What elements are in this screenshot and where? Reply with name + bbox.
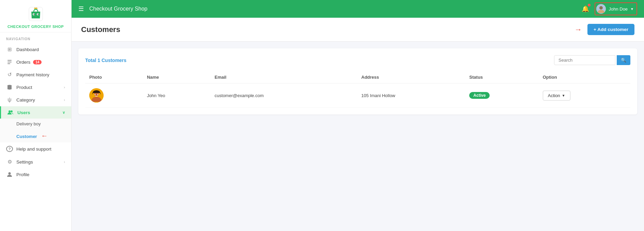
sidebar-profile-label: Profile: [16, 172, 29, 177]
col-option: Option: [539, 71, 630, 83]
table-header-row: Photo Name Email Address Status Option: [85, 71, 630, 83]
sidebar-item-profile[interactable]: Profile: [0, 168, 71, 181]
sidebar-category-label: Category: [16, 97, 35, 103]
product-icon: [6, 84, 13, 90]
svg-point-9: [9, 110, 11, 112]
customer-address-cell: 105 Imani Hollow: [357, 83, 465, 108]
customer-name: John Yeo: [147, 93, 165, 98]
col-status: Status: [465, 71, 538, 83]
svg-point-17: [97, 94, 98, 95]
sidebar: CHECKOUT GROCERY SHOP NAVIGATION ⊞ Dashb…: [0, 0, 72, 231]
users-submenu: Delivery boy Customer ←: [0, 119, 71, 142]
search-button[interactable]: 🔍: [617, 55, 630, 65]
customer-status-cell: Active: [465, 83, 538, 108]
action-label: Action: [548, 93, 560, 98]
user-chevron-icon: ▼: [630, 7, 634, 11]
bell-icon[interactable]: 🔔: [582, 5, 589, 12]
search-icon: 🔍: [621, 58, 626, 63]
add-customer-arrow-annotation: →: [574, 25, 582, 34]
customer-email-cell: customer@example.com: [211, 83, 357, 108]
sidebar-item-product[interactable]: Product ›: [0, 81, 71, 93]
customer-email: customer@example.com: [215, 93, 264, 98]
sidebar-item-dashboard[interactable]: ⊞ Dashboard: [0, 43, 71, 56]
customer-option-cell: Action ▼: [539, 83, 630, 108]
svg-rect-7: [7, 62, 12, 62]
sidebar-item-payment-history[interactable]: ↺ Payment history: [0, 68, 71, 81]
user-name: John Doe: [609, 6, 628, 12]
product-chevron-icon: ›: [64, 85, 65, 89]
main-wrapper: ☰ Checkout Grocery Shop 🔔: [72, 0, 644, 231]
profile-icon: [6, 172, 13, 177]
payment-history-icon: ↺: [6, 72, 13, 78]
sidebar-item-label: Dashboard: [16, 47, 39, 52]
sidebar-orders-label: Orders: [16, 60, 30, 65]
help-icon: ?: [6, 146, 13, 152]
search-bar: 🔍: [554, 55, 630, 65]
topbar-right: 🔔 John Doe ▼: [582, 2, 637, 15]
delivery-boy-label: Delivery boy: [16, 121, 41, 126]
col-address: Address: [357, 71, 465, 83]
customer-photo-cell: [85, 83, 143, 108]
page-header-actions: → + Add customer: [574, 24, 634, 35]
svg-point-11: [9, 172, 11, 175]
table-toolbar: Total 1 Customers 🔍: [85, 55, 630, 65]
add-customer-button[interactable]: + Add customer: [587, 24, 634, 35]
menu-icon[interactable]: ☰: [78, 5, 84, 13]
settings-chevron-icon: ›: [64, 160, 65, 164]
app-logo-icon: [27, 5, 44, 22]
customer-label: Customer: [16, 134, 37, 139]
category-chevron-icon: ›: [64, 98, 65, 102]
svg-point-10: [11, 110, 13, 112]
orders-icon: [6, 59, 13, 65]
search-input[interactable]: [554, 55, 615, 65]
svg-point-16: [95, 94, 96, 95]
sidebar-item-customer[interactable]: Customer ←: [0, 129, 71, 142]
bell-container: 🔔: [582, 5, 589, 13]
topbar: ☰ Checkout Grocery Shop 🔔: [72, 0, 644, 18]
sidebar-item-users[interactable]: Users ∨: [0, 106, 71, 119]
sidebar-help-label: Help and support: [16, 147, 51, 152]
svg-point-5: [37, 14, 39, 15]
customers-table: Photo Name Email Address Status Option: [85, 71, 630, 108]
customer-name-cell: John Yeo: [143, 83, 211, 108]
total-customers-label: Total 1 Customers: [85, 58, 126, 63]
topbar-title: Checkout Grocery Shop: [89, 6, 582, 12]
page-content: Customers → + Add customer Total 1 Custo…: [72, 18, 644, 231]
sidebar-item-help[interactable]: ? Help and support: [0, 142, 71, 155]
col-email: Email: [211, 71, 357, 83]
sidebar-item-delivery-boy[interactable]: Delivery boy: [0, 119, 71, 129]
sidebar-item-orders[interactable]: Orders 14: [0, 56, 71, 68]
dashboard-icon: ⊞: [6, 46, 13, 52]
user-avatar: [596, 4, 606, 14]
customer-address: 105 Imani Hollow: [361, 93, 395, 98]
bell-badge: [588, 4, 591, 6]
customers-table-section: Total 1 Customers 🔍 Photo Name Email: [78, 48, 637, 114]
svg-point-4: [33, 14, 34, 15]
sidebar-settings-label: Settings: [16, 159, 33, 165]
add-customer-label: + Add customer: [594, 27, 628, 32]
sidebar-item-settings[interactable]: ⚙ Settings ›: [0, 155, 71, 168]
svg-rect-8: [7, 63, 10, 64]
sidebar-item-category[interactable]: ψ Category ›: [0, 93, 71, 106]
sidebar-app-name: CHECKOUT GROCERY SHOP: [7, 25, 64, 29]
sidebar-product-label: Product: [16, 85, 32, 90]
col-name: Name: [143, 71, 211, 83]
orders-badge: 14: [33, 60, 42, 64]
nav-label: NAVIGATION: [0, 32, 71, 43]
sidebar-payment-label: Payment history: [16, 72, 49, 77]
customer-arrow-icon: ←: [41, 132, 48, 140]
users-icon: [7, 110, 14, 115]
action-chevron-icon: ▼: [562, 94, 565, 97]
page-title: Customers: [81, 25, 120, 34]
sidebar-users-label: Users: [17, 110, 30, 115]
page-header: Customers → + Add customer: [72, 18, 644, 42]
category-icon: ψ: [6, 97, 13, 103]
settings-icon: ⚙: [6, 159, 13, 165]
main-content: ☰ Checkout Grocery Shop 🔔: [72, 0, 644, 231]
status-badge: Active: [469, 92, 490, 99]
table-row: John Yeo customer@example.com 105 Imani …: [85, 83, 630, 108]
action-button[interactable]: Action ▼: [543, 91, 570, 101]
svg-point-13: [599, 6, 603, 10]
user-chip[interactable]: John Doe ▼: [595, 2, 637, 15]
users-chevron-icon: ∨: [62, 110, 65, 115]
